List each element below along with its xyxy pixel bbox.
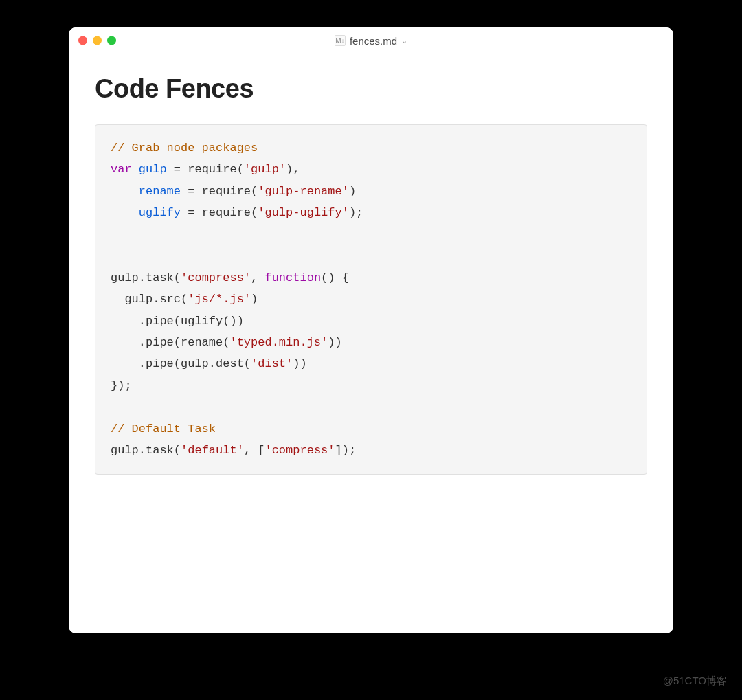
close-button[interactable] xyxy=(78,36,87,45)
minimize-button[interactable] xyxy=(93,36,102,45)
titlebar: M↓ fences.md ⌄ xyxy=(69,27,673,54)
chevron-down-icon: ⌄ xyxy=(401,36,407,45)
title-text: fences.md xyxy=(350,35,397,47)
maximize-button[interactable] xyxy=(107,36,116,45)
traffic-lights xyxy=(78,36,116,45)
code-fence-block[interactable]: // Grab node packages var gulp = require… xyxy=(95,124,647,475)
document-content[interactable]: Code Fences // Grab node packages var gu… xyxy=(69,54,673,633)
page-heading: Code Fences xyxy=(95,74,647,104)
window-title[interactable]: M↓ fences.md ⌄ xyxy=(335,35,407,47)
markdown-file-icon: M↓ xyxy=(335,35,346,46)
watermark-text: @51CTO博客 xyxy=(663,675,727,688)
app-window: M↓ fences.md ⌄ Code Fences // Grab node … xyxy=(69,27,673,633)
